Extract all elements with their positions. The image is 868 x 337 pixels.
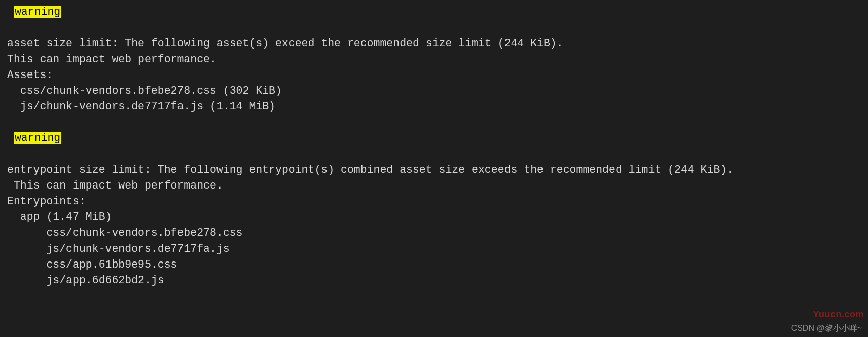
warning-line: css/chunk-vendors.bfebe278.css (302 KiB) [7, 85, 282, 97]
watermark-text: Yuucn.com [813, 308, 864, 321]
warning-line: Assets: [7, 69, 53, 81]
warning-line: asset size limit: The following asset(s)… [7, 37, 563, 49]
warning-line: css/chunk-vendors.bfebe278.css [7, 227, 242, 239]
warning-line: app (1.47 MiB) [7, 211, 112, 223]
credit-text: CSDN @黎小小咩~ [791, 322, 862, 334]
warning-line: entrypoint size limit: The following ent… [7, 164, 733, 176]
warning-line: css/app.61bb9e95.css [7, 258, 177, 271]
warning-tag: warning [14, 6, 61, 18]
warning-tag: warning [14, 132, 61, 144]
warning-line: This can impact web performance. [7, 179, 223, 192]
warning-line: Entrypoints: [7, 195, 86, 207]
warning-line: This can impact web performance. [7, 53, 216, 65]
warning-line: js/chunk-vendors.de7717fa.js (1.14 MiB) [7, 100, 275, 113]
warning-line: js/chunk-vendors.de7717fa.js [7, 243, 230, 255]
warning-line: js/app.6d662bd2.js [7, 274, 164, 286]
terminal-output: warning asset size limit: The following … [0, 0, 868, 288]
